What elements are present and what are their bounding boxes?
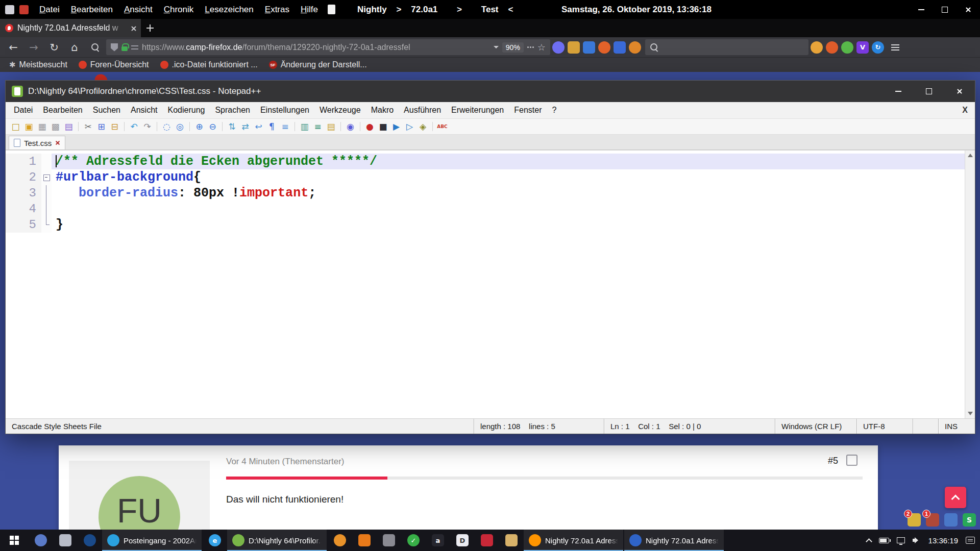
addon-icon-9[interactable] bbox=[841, 41, 853, 54]
task-firefox-nightly-1[interactable]: Nightly 72.0a1 Adress... bbox=[524, 530, 623, 551]
pinned-app-3[interactable] bbox=[328, 530, 352, 551]
addon-icon-1[interactable] bbox=[552, 41, 565, 54]
show-all-chars-icon[interactable]: ¶ bbox=[266, 121, 278, 133]
npp-menu-sprachen[interactable]: Sprachen bbox=[210, 106, 255, 115]
page-actions-icon[interactable] bbox=[527, 46, 534, 48]
folder-workspace-icon[interactable]: ▤ bbox=[325, 121, 337, 133]
notify-app-4[interactable]: S bbox=[963, 511, 976, 527]
npp-menu-kodierung[interactable]: Kodierung bbox=[162, 106, 210, 115]
extension-titlebar-icon[interactable] bbox=[19, 5, 29, 14]
sync-scroll-v-icon[interactable]: ⇅ bbox=[226, 121, 238, 133]
network-icon[interactable] bbox=[897, 537, 905, 543]
bookmark-item[interactable]: Foren-Übersicht bbox=[76, 60, 152, 69]
pinned-app-1[interactable] bbox=[29, 530, 53, 551]
function-list-icon[interactable]: ≡ bbox=[312, 121, 324, 133]
tab-close-icon[interactable] bbox=[55, 140, 60, 145]
menubar-item-chronik[interactable]: Chronik bbox=[158, 5, 200, 15]
undo-icon[interactable]: ↶ bbox=[128, 121, 140, 133]
npp-menu-bearbeiten[interactable]: Bearbeiten bbox=[38, 106, 87, 115]
pinned-app-5[interactable] bbox=[377, 530, 401, 551]
post-select-checkbox[interactable] bbox=[846, 455, 857, 466]
menubar-item-hilfe[interactable]: Hilfe bbox=[295, 5, 324, 15]
notify-app-2[interactable]: 1 bbox=[926, 511, 939, 527]
save-macro-icon[interactable]: ◈ bbox=[417, 121, 429, 133]
menubar-item-ansicht[interactable]: Ansicht bbox=[118, 5, 158, 15]
addon-icon-8[interactable] bbox=[826, 41, 838, 54]
minimize-button[interactable] bbox=[883, 81, 914, 102]
task-notepadpp[interactable]: D:\Nightly 64\Profilor... bbox=[227, 530, 327, 551]
addon-icon-2[interactable] bbox=[568, 41, 580, 54]
tab-camp-firefox[interactable]: Nightly 72.0a1 Adressfeld w bbox=[0, 19, 141, 37]
sync-scroll-h-icon[interactable]: ⇄ bbox=[239, 121, 251, 133]
zoom-out-icon[interactable]: ⊖ bbox=[207, 121, 218, 133]
tray-expand-icon[interactable] bbox=[866, 538, 872, 545]
bookmark-item[interactable]: SFÄnderung der Darstell... bbox=[266, 60, 370, 69]
notify-app-1[interactable]: 2 bbox=[908, 511, 921, 527]
npp-menu-werkzeuge[interactable]: Werkzeuge bbox=[314, 106, 366, 115]
bookmark-item[interactable]: .ico-Datei funktioniert ... bbox=[157, 60, 261, 69]
search-icon[interactable] bbox=[86, 39, 104, 56]
code-line[interactable]: 4 bbox=[6, 201, 965, 217]
cut-icon[interactable]: ✂ bbox=[82, 121, 94, 133]
fold-collapse-icon[interactable] bbox=[41, 169, 52, 185]
code-line[interactable]: 1/** Adressfeld die Ecken abgerundet ***… bbox=[6, 154, 965, 169]
new-tab-button[interactable] bbox=[141, 19, 159, 37]
bookmark-star-icon[interactable]: ☆ bbox=[537, 42, 546, 53]
post-number[interactable]: #5 bbox=[828, 456, 838, 466]
notify-app-3[interactable] bbox=[944, 511, 958, 527]
open-file-icon[interactable]: ▣ bbox=[23, 121, 35, 133]
urlbar[interactable]: https://www.camp-firefox.de/forum/thema/… bbox=[106, 39, 550, 55]
copy-icon[interactable]: ⊞ bbox=[95, 121, 107, 133]
vertical-scrollbar[interactable] bbox=[965, 151, 975, 418]
notepadpp-titlebar[interactable]: D:\Nightly 64\Profilordner\chrome\CSS\Te… bbox=[6, 81, 975, 102]
replace-icon[interactable]: ◎ bbox=[174, 121, 186, 133]
play-macro-icon[interactable]: ▶ bbox=[390, 121, 402, 133]
battery-icon[interactable] bbox=[879, 538, 889, 543]
bookmark-item[interactable]: ✱Meistbesucht bbox=[6, 60, 70, 69]
minimize-button[interactable] bbox=[910, 0, 933, 19]
code-line[interactable]: 2#urlbar-background{ bbox=[6, 169, 965, 185]
menubar-item-extras[interactable]: Extras bbox=[259, 5, 295, 15]
editor[interactable]: 1/** Adressfeld die Ecken abgerundet ***… bbox=[6, 150, 975, 418]
volume-icon[interactable] bbox=[913, 537, 921, 544]
lock-icon[interactable] bbox=[121, 46, 128, 51]
page-capture-icon[interactable] bbox=[328, 5, 335, 14]
addon-icon-11[interactable]: ↻ bbox=[872, 41, 884, 54]
menubar-item-lesezeichen[interactable]: Lesezeichen bbox=[199, 5, 259, 15]
url-text[interactable]: https://www.camp-firefox.de/forum/thema/… bbox=[142, 43, 490, 52]
home-icon[interactable]: ⌂ bbox=[65, 39, 84, 56]
addon-icon-4[interactable] bbox=[598, 41, 610, 54]
print-icon[interactable]: ▤ bbox=[63, 121, 75, 133]
back-icon[interactable]: ← bbox=[4, 39, 22, 56]
record-macro-icon[interactable]: ● bbox=[364, 121, 376, 133]
npp-menu-ansicht[interactable]: Ansicht bbox=[126, 106, 162, 115]
reload-icon[interactable]: ↻ bbox=[45, 39, 63, 56]
doc-map-icon[interactable]: ▥ bbox=[299, 121, 310, 133]
code-line[interactable]: 5} bbox=[6, 217, 965, 233]
taskbar-clock[interactable]: 13:36:19 bbox=[928, 536, 958, 545]
addon-icon-5[interactable] bbox=[614, 41, 626, 54]
menu-icon[interactable] bbox=[886, 39, 904, 56]
tab-testcss[interactable]: Test.css bbox=[9, 136, 65, 149]
close-button[interactable] bbox=[957, 0, 980, 19]
restore-button[interactable] bbox=[933, 0, 957, 19]
pinned-app-6[interactable]: ✓ bbox=[401, 530, 426, 551]
indent-guide-icon[interactable]: ≡ bbox=[279, 121, 291, 133]
npp-menu-?[interactable]: ? bbox=[547, 106, 561, 115]
pinned-mail[interactable] bbox=[53, 530, 78, 551]
find-icon[interactable]: ◌ bbox=[161, 121, 173, 133]
zoom-level-badge[interactable]: 90% bbox=[502, 42, 524, 53]
search-field[interactable] bbox=[645, 39, 808, 55]
addon-icon-7[interactable] bbox=[811, 41, 823, 54]
code-line[interactable]: 3 border-radius: 80px !important; bbox=[6, 185, 965, 201]
npp-menu-makro[interactable]: Makro bbox=[366, 106, 399, 115]
npp-menu-ausfhren[interactable]: Ausführen bbox=[399, 106, 446, 115]
npp-menu-datei[interactable]: Datei bbox=[9, 106, 38, 115]
new-file-icon[interactable]: □ bbox=[10, 121, 21, 133]
menubar-item-datei[interactable]: Datei bbox=[34, 5, 65, 15]
scroll-down-icon[interactable] bbox=[968, 412, 973, 415]
status-eol[interactable]: Windows (CR LF) bbox=[775, 419, 856, 434]
task-mail-client[interactable]: Posteingang - 2002An... bbox=[102, 530, 202, 551]
stop-macro-icon[interactable]: ■ bbox=[377, 121, 389, 133]
npp-menu-fenster[interactable]: Fenster bbox=[509, 106, 547, 115]
